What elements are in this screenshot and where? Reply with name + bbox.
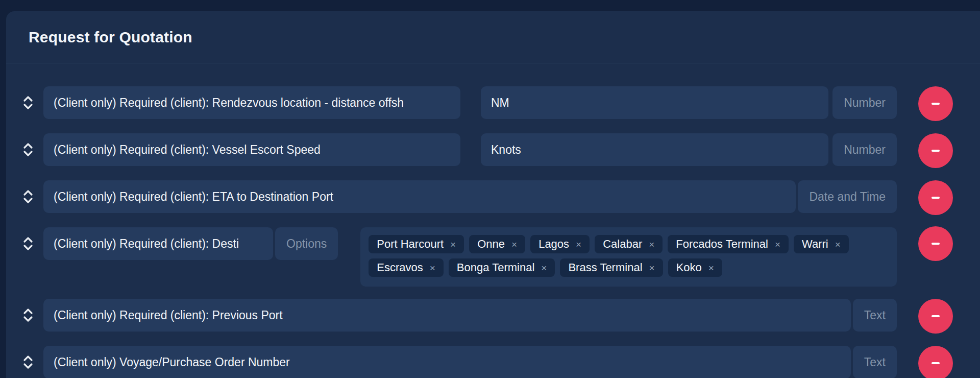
remove-tag-icon[interactable]: × — [775, 240, 780, 249]
field-label-input[interactable]: (Client only) Required (client): Desti — [43, 227, 273, 260]
field-value-group: Knots Number — [481, 133, 897, 166]
option-tag: Brass Terminal× — [560, 258, 663, 277]
chevron-up-down-icon — [22, 235, 34, 252]
minus-icon — [932, 243, 940, 245]
remove-field-button[interactable] — [918, 133, 953, 168]
drag-handle[interactable] — [22, 180, 34, 213]
drag-handle[interactable] — [22, 133, 34, 166]
minus-icon — [932, 103, 940, 105]
remove-tag-icon[interactable]: × — [649, 240, 654, 249]
option-tag: Bonga Terminal× — [449, 258, 555, 277]
unit-input[interactable]: Knots — [481, 133, 828, 166]
remove-field-button[interactable] — [918, 346, 953, 378]
chevron-up-down-icon — [22, 94, 34, 111]
option-tag-label: Escravos — [377, 261, 423, 274]
field-type-badge[interactable]: Number — [832, 133, 897, 166]
remove-field-button[interactable] — [918, 86, 953, 121]
remove-tag-icon[interactable]: × — [708, 263, 714, 273]
remove-tag-icon[interactable]: × — [576, 240, 581, 249]
field-label-input[interactable]: (Client only) Required (client): ETA to … — [43, 180, 796, 213]
remove-tag-icon[interactable]: × — [835, 240, 841, 249]
field-type-badge[interactable]: Options — [275, 227, 338, 260]
option-tag-label: Onne — [477, 238, 505, 251]
field-type-badge[interactable]: Text — [853, 299, 897, 332]
option-tag: Onne× — [469, 235, 525, 253]
chevron-up-down-icon — [22, 354, 34, 370]
minus-icon — [932, 362, 940, 364]
option-tag: Calabar× — [595, 235, 663, 253]
drag-handle[interactable] — [22, 346, 34, 378]
option-tag-label: Warri — [802, 238, 828, 251]
field-row-eta-destination-port: (Client only) Required (client): ETA to … — [22, 180, 953, 215]
remove-tag-icon[interactable]: × — [430, 263, 435, 273]
field-label-input[interactable]: (Client only) Voyage/Purchase Order Numb… — [43, 346, 851, 378]
option-tag-label: Lagos — [538, 238, 569, 251]
field-row-rendezvous-location: (Client only) Required (client): Rendezv… — [22, 86, 953, 121]
minus-icon — [932, 150, 940, 152]
remove-tag-icon[interactable]: × — [450, 240, 456, 249]
drag-handle[interactable] — [22, 86, 34, 119]
option-tag-label: Forcados Terminal — [676, 238, 768, 251]
field-row-previous-port: (Client only) Required (client): Previou… — [22, 299, 953, 334]
field-label-input[interactable]: (Client only) Required (client): Vessel … — [43, 133, 460, 166]
form-fields-list: (Client only) Required (client): Rendezv… — [6, 63, 980, 378]
request-for-quotation-panel: Request for Quotation (Client only) Requ… — [6, 11, 980, 378]
option-tag: Lagos× — [530, 235, 590, 253]
minus-icon — [932, 197, 940, 199]
option-tag-label: Brass Terminal — [568, 261, 642, 274]
option-tag: Warri× — [794, 235, 849, 253]
field-row-voyage-purchase-order: (Client only) Voyage/Purchase Order Numb… — [22, 346, 953, 378]
unit-input[interactable]: NM — [481, 86, 828, 119]
option-tag: Forcados Terminal× — [668, 235, 789, 253]
field-type-badge[interactable]: Date and Time — [798, 180, 897, 213]
field-row-destination-options: (Client only) Required (client): Desti O… — [22, 227, 953, 287]
option-tag-label: Port Harcourt — [377, 238, 444, 251]
remove-tag-icon[interactable]: × — [541, 263, 547, 273]
option-tag: Escravos× — [369, 258, 444, 277]
drag-handle[interactable] — [22, 227, 34, 260]
remove-tag-icon[interactable]: × — [649, 263, 655, 273]
field-value-group: NM Number — [481, 86, 897, 119]
options-tags-container[interactable]: Port Harcourt× Onne× Lagos× Calabar× For… — [360, 227, 897, 287]
remove-tag-icon[interactable]: × — [511, 240, 517, 249]
remove-field-button[interactable] — [918, 226, 953, 261]
page-title: Request for Quotation — [29, 29, 192, 46]
option-tag-label: Koko — [676, 261, 702, 274]
minus-icon — [932, 315, 940, 317]
option-tag: Port Harcourt× — [369, 235, 464, 253]
field-row-vessel-escort-speed: (Client only) Required (client): Vessel … — [22, 133, 953, 168]
option-tag-label: Bonga Terminal — [457, 261, 534, 274]
field-type-badge[interactable]: Text — [853, 346, 897, 378]
field-label-input[interactable]: (Client only) Required (client): Rendezv… — [43, 86, 460, 119]
remove-field-button[interactable] — [918, 180, 953, 215]
option-tag: Koko× — [668, 258, 722, 277]
chevron-up-down-icon — [22, 141, 34, 158]
option-tag-label: Calabar — [603, 238, 642, 251]
field-type-badge[interactable]: Number — [832, 86, 897, 119]
chevron-up-down-icon — [22, 307, 34, 323]
chevron-up-down-icon — [22, 188, 34, 205]
remove-field-button[interactable] — [918, 299, 953, 334]
drag-handle[interactable] — [22, 299, 34, 332]
field-label-input[interactable]: (Client only) Required (client): Previou… — [43, 299, 851, 332]
panel-header: Request for Quotation — [6, 11, 980, 63]
